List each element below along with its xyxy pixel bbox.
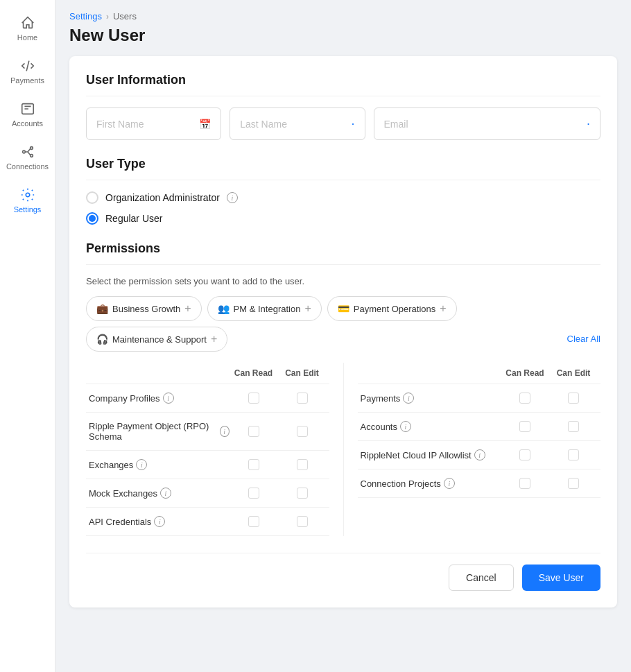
checkbox-ripplenet-edit[interactable]: [568, 449, 579, 460]
row-name: API Credentials i: [89, 516, 230, 527]
sidebar-item-home[interactable]: Home: [0, 7, 55, 50]
perm-tab-payment-operations[interactable]: 💳 Payment Operations +: [327, 296, 457, 321]
main-content: Settings › Users New User User Informati…: [55, 0, 631, 672]
perm-tab-pm-integration[interactable]: 👥 PM & Integration +: [207, 296, 322, 321]
info-icon-connection-projects[interactable]: i: [444, 478, 455, 489]
radio-label-org-admin: Organization Administrator: [105, 192, 220, 203]
svg-point-3: [30, 155, 33, 157]
connections-icon: [20, 144, 35, 160]
checkbox-ripplenet-read[interactable]: [519, 449, 530, 460]
row-name: Ripple Payment Object (RPO) Schema i: [89, 421, 230, 442]
add-maintenance-support[interactable]: +: [211, 333, 217, 345]
checkbox-mock-exchanges-read[interactable]: [248, 488, 259, 499]
right-col-read: Can Read: [501, 368, 549, 378]
checkbox-exchanges-edit[interactable]: [297, 459, 308, 470]
row-name: Company Profiles i: [89, 393, 230, 404]
row-edit: [549, 393, 598, 404]
info-icon-org-admin[interactable]: i: [227, 192, 238, 203]
perm-tab-business-growth[interactable]: 💼 Business Growth +: [86, 296, 202, 321]
row-edit: [278, 393, 327, 404]
row-name: Mock Exchanges i: [89, 488, 230, 499]
checkbox-company-profiles-edit[interactable]: [297, 393, 308, 404]
row-name: RippleNet Cloud IP Allowlist i: [361, 449, 501, 460]
first-name-field[interactable]: First Name 📅: [86, 107, 221, 140]
user-info-section: User Information First Name 📅 Last Name …: [86, 73, 600, 140]
sidebar-item-settings[interactable]: Settings: [0, 179, 55, 222]
row-edit: [278, 459, 327, 470]
tab-label-business-growth: Business Growth: [112, 304, 180, 314]
cancel-button[interactable]: Cancel: [449, 565, 514, 591]
info-icon-rpo[interactable]: i: [220, 426, 230, 437]
add-pm-integration[interactable]: +: [304, 302, 311, 315]
permissions-section: Permissions Select the permission sets y…: [86, 241, 600, 591]
permission-tables: Can Read Can Edit Company Profiles i: [86, 363, 600, 536]
info-icon-api-credentials[interactable]: i: [154, 516, 165, 527]
sidebar-item-accounts[interactable]: Accounts: [0, 93, 55, 136]
radio-org-admin[interactable]: Organization Administrator i: [86, 191, 600, 204]
breadcrumb-settings[interactable]: Settings: [69, 11, 102, 21]
checkbox-payments-edit[interactable]: [568, 393, 579, 404]
sidebar-item-payments[interactable]: Payments: [0, 50, 55, 93]
info-icon-accounts[interactable]: i: [400, 421, 411, 432]
permission-tabs: 💼 Business Growth + 👥 PM & Integration +…: [86, 296, 600, 352]
checkbox-company-profiles-read[interactable]: [248, 393, 259, 404]
user-info-title: User Information: [86, 73, 600, 96]
last-name-field[interactable]: Last Name ·: [230, 107, 365, 140]
breadcrumb-users: Users: [113, 11, 137, 21]
table-row: Exchanges i: [86, 451, 329, 479]
form-row-names: First Name 📅 Last Name · Email ·: [86, 107, 600, 140]
first-name-placeholder: First Name: [96, 119, 144, 130]
left-table-header: Can Read Can Edit: [86, 363, 329, 384]
svg-point-1: [22, 150, 25, 153]
permissions-desc: Select the permission sets you want to a…: [86, 276, 600, 286]
add-business-growth[interactable]: +: [184, 302, 191, 315]
required-icon: ·: [352, 117, 355, 131]
radio-circle-regular-user: [86, 212, 98, 225]
radio-regular-user[interactable]: Regular User: [86, 212, 600, 225]
left-permission-table: Can Read Can Edit Company Profiles i: [86, 363, 329, 536]
checkbox-payments-read[interactable]: [519, 393, 530, 404]
table-row: Mock Exchanges i: [86, 479, 329, 508]
checkbox-connection-projects-edit[interactable]: [568, 478, 579, 489]
info-icon-payments[interactable]: i: [403, 393, 414, 404]
home-icon: [20, 15, 35, 31]
info-icon-company-profiles[interactable]: i: [163, 393, 174, 404]
add-payment-operations[interactable]: +: [440, 302, 446, 315]
sidebar-label-connections: Connections: [6, 162, 49, 171]
email-field[interactable]: Email ·: [374, 107, 600, 140]
row-read: [501, 421, 549, 432]
user-type-section: User Type Organization Administrator i R…: [86, 157, 600, 225]
checkbox-api-credentials-edit[interactable]: [297, 516, 308, 527]
table-row: Connection Projects i: [358, 469, 601, 498]
checkbox-api-credentials-read[interactable]: [248, 516, 259, 527]
row-edit: [549, 421, 598, 432]
checkbox-mock-exchanges-edit[interactable]: [297, 488, 308, 499]
form-footer: Cancel Save User: [86, 553, 600, 591]
info-icon-ripplenet[interactable]: i: [474, 449, 485, 460]
row-read: [230, 393, 278, 404]
left-col-edit: Can Edit: [278, 368, 327, 378]
checkbox-connection-projects-read[interactable]: [519, 478, 530, 489]
clear-all-button[interactable]: Clear All: [567, 334, 600, 345]
save-user-button[interactable]: Save User: [522, 565, 600, 591]
row-read: [230, 426, 278, 437]
sidebar-item-connections[interactable]: Connections: [0, 136, 55, 179]
tab-label-pm-integration: PM & Integration: [234, 304, 301, 314]
checkbox-exchanges-read[interactable]: [248, 459, 259, 470]
right-col-edit: Can Edit: [549, 368, 598, 378]
info-icon-exchanges[interactable]: i: [136, 459, 147, 470]
info-icon-mock-exchanges[interactable]: i: [160, 488, 171, 499]
people-icon: 👥: [218, 303, 230, 314]
checkbox-accounts-read[interactable]: [519, 421, 530, 432]
checkbox-rpo-edit[interactable]: [297, 426, 308, 437]
checkbox-accounts-edit[interactable]: [568, 421, 579, 432]
table-row: Payments i: [358, 384, 601, 413]
table-divider: [343, 363, 344, 536]
row-read: [230, 516, 278, 527]
breadcrumb: Settings › Users: [69, 11, 617, 21]
perm-tab-maintenance-support[interactable]: 🎧 Maintenance & Support +: [86, 327, 227, 352]
checkbox-rpo-read[interactable]: [248, 426, 259, 437]
sidebar: Home Payments Accounts Connections: [0, 0, 55, 672]
main-card: User Information First Name 📅 Last Name …: [69, 56, 617, 608]
settings-icon: [20, 187, 35, 203]
